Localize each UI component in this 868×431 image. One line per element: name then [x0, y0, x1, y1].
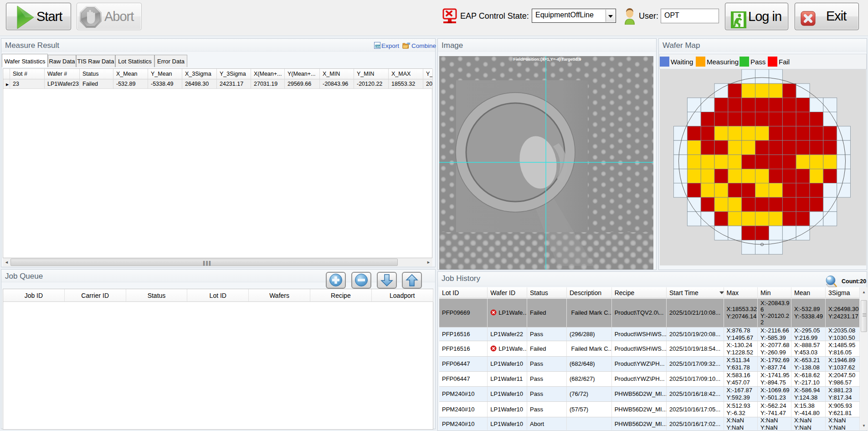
svg-text:FieldPosition:(X=1,Y=-4) Targe: FieldPosition:(X=1,Y=-4) TargetId:9 — [514, 57, 581, 62]
svg-text:CSV: CSV — [375, 45, 380, 48]
